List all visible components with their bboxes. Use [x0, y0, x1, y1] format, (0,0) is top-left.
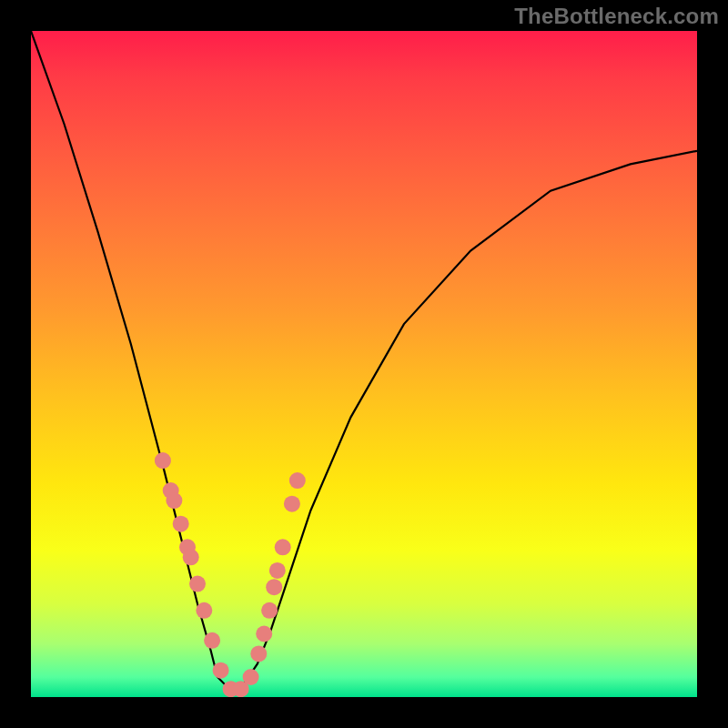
marker-dot	[261, 602, 278, 619]
outer-frame: TheBottleneck.com	[0, 0, 728, 728]
bottleneck-curve	[31, 31, 697, 691]
marker-dot	[275, 539, 291, 555]
marker-dot	[189, 576, 206, 592]
marker-dot	[173, 516, 189, 532]
marker-dot-group	[155, 452, 306, 697]
chart-svg	[31, 31, 697, 697]
marker-dot	[155, 452, 171, 469]
marker-dot	[266, 579, 282, 595]
plot-area	[31, 31, 697, 697]
marker-dot	[183, 549, 199, 565]
marker-dot	[196, 602, 212, 619]
marker-dot	[213, 662, 229, 679]
marker-dot	[256, 626, 272, 642]
marker-dot	[269, 562, 286, 579]
watermark-text: TheBottleneck.com	[514, 4, 719, 29]
marker-dot	[250, 645, 267, 662]
marker-dot	[166, 492, 182, 509]
marker-dot	[243, 669, 259, 685]
marker-dot	[204, 632, 220, 649]
marker-dot	[289, 472, 306, 489]
marker-dot	[284, 496, 300, 512]
